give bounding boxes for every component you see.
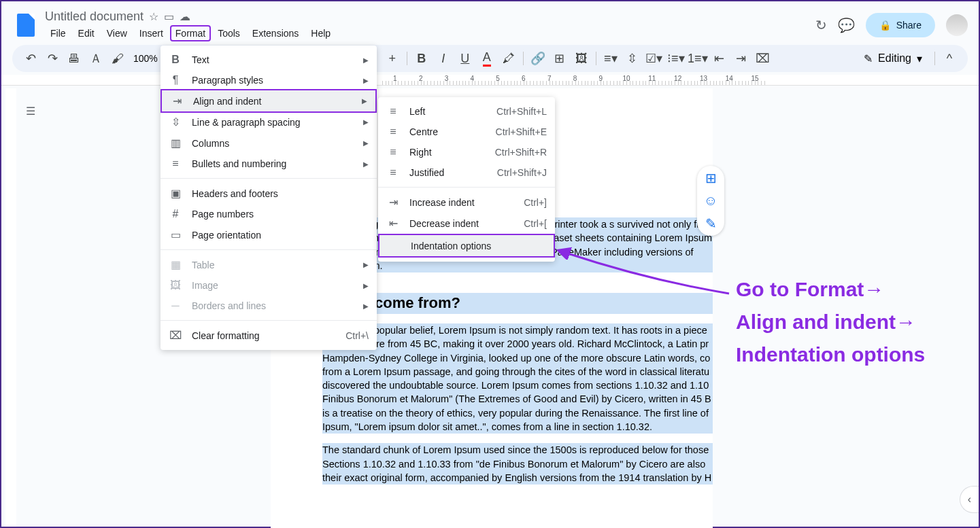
numbered-list-button[interactable]: 1≡▾ bbox=[688, 48, 708, 69]
suggest-icon[interactable]: ✎ bbox=[705, 215, 717, 232]
paint-format-button[interactable]: 🖌 bbox=[107, 48, 128, 69]
body-paragraph[interactable]: Contrary to popular belief, Lorem Ipsum … bbox=[322, 323, 713, 434]
font-size-plus[interactable]: + bbox=[382, 48, 403, 69]
menu-insert[interactable]: Insert bbox=[134, 25, 169, 41]
highlight-button[interactable]: 🖍 bbox=[499, 48, 519, 69]
mode-label: Editing bbox=[878, 52, 911, 65]
menubar: File Edit View Insert Format Tools Exten… bbox=[45, 25, 815, 41]
body-paragraph[interactable]: The standard chunk of Lorem Ipsum used s… bbox=[322, 443, 713, 485]
mode-select[interactable]: ✎ Editing ▾ bbox=[856, 50, 930, 68]
menu-edit[interactable]: Edit bbox=[73, 25, 100, 41]
annotation-arrow bbox=[552, 246, 736, 300]
line-spacing-button[interactable]: ⇳ bbox=[622, 48, 643, 69]
align-justified-item[interactable]: ≡JustifiedCtrl+Shift+J bbox=[378, 162, 555, 183]
align-right-item[interactable]: ≡RightCtrl+Shift+R bbox=[378, 142, 555, 162]
format-table-item: ▦Table▶ bbox=[160, 254, 377, 275]
user-avatar[interactable] bbox=[946, 14, 968, 36]
menu-tools[interactable]: Tools bbox=[212, 25, 246, 41]
menu-file[interactable]: File bbox=[45, 25, 71, 41]
decrease-indent-button[interactable]: ⇤ bbox=[709, 48, 730, 69]
pencil-icon: ✎ bbox=[864, 52, 873, 65]
insert-image-button[interactable]: 🖼 bbox=[571, 48, 592, 69]
menu-view[interactable]: View bbox=[101, 25, 133, 41]
text-color-button[interactable]: A bbox=[477, 48, 497, 69]
decrease-indent-item[interactable]: ⇤Decrease indentCtrl+[ bbox=[378, 213, 555, 234]
redo-button[interactable]: ↷ bbox=[42, 48, 63, 69]
increase-indent-item[interactable]: ⇥Increase indentCtrl+] bbox=[378, 192, 555, 213]
chevron-down-icon: ▾ bbox=[917, 52, 922, 65]
zoom-select[interactable]: 100% bbox=[129, 53, 162, 64]
vertical-ruler[interactable] bbox=[5, 88, 16, 527]
format-bullets-item[interactable]: ≡Bullets and numbering▶ bbox=[160, 154, 377, 174]
move-icon[interactable]: ▭ bbox=[164, 10, 174, 23]
share-button[interactable]: 🔒 Share bbox=[866, 13, 935, 37]
collapse-button[interactable]: ^ bbox=[939, 48, 960, 69]
outline-icon[interactable]: ☰ bbox=[26, 105, 35, 118]
increase-indent-button[interactable]: ⇥ bbox=[731, 48, 751, 69]
format-paragraph-item[interactable]: ¶Paragraph styles▶ bbox=[160, 70, 377, 90]
checklist-button[interactable]: ☑▾ bbox=[644, 48, 664, 69]
header: Untitled document ☆ ▭ ☁ File Edit View I… bbox=[1, 1, 979, 45]
insert-comment-button[interactable]: ⊞ bbox=[550, 48, 570, 69]
insert-link-button[interactable]: 🔗 bbox=[528, 48, 548, 69]
format-clear-item[interactable]: ⌧Clear formattingCtrl+\ bbox=[160, 325, 377, 346]
star-icon[interactable]: ☆ bbox=[149, 10, 158, 23]
comment-bubble: ⊞ ☺ ✎ bbox=[697, 166, 724, 236]
format-orient-item[interactable]: ▭Page orientation bbox=[160, 224, 377, 245]
bold-button[interactable]: B bbox=[411, 48, 432, 69]
lock-icon: 🔒 bbox=[879, 20, 891, 31]
share-label: Share bbox=[896, 20, 922, 31]
emoji-icon[interactable]: ☺ bbox=[704, 193, 717, 209]
menu-extensions[interactable]: Extensions bbox=[247, 25, 304, 41]
underline-button[interactable]: U bbox=[455, 48, 475, 69]
align-submenu: ≡LeftCtrl+Shift+L ≡CentreCtrl+Shift+E ≡R… bbox=[378, 97, 555, 262]
format-headers-item[interactable]: ▣Headers and footers bbox=[160, 183, 377, 204]
format-spacing-item[interactable]: ⇳Line & paragraph spacing▶ bbox=[160, 111, 377, 133]
add-comment-icon[interactable]: ⊞ bbox=[705, 170, 717, 186]
italic-button[interactable]: I bbox=[433, 48, 454, 69]
format-align-indent-item[interactable]: ⇥Align and indent▶ bbox=[160, 89, 377, 113]
comment-icon[interactable]: 💬 bbox=[838, 17, 855, 33]
toolbar: ↶ ↷ 🖶 Ａ 🖌 100% + B I U A 🖍 🔗 ⊞ 🖼 ≡▾ ⇳ ☑▾… bbox=[12, 45, 968, 72]
clear-format-button[interactable]: ⌧ bbox=[753, 48, 773, 69]
cloud-status-icon[interactable]: ☁ bbox=[180, 10, 190, 23]
undo-button[interactable]: ↶ bbox=[20, 48, 41, 69]
menu-help[interactable]: Help bbox=[305, 25, 336, 41]
align-centre-item[interactable]: ≡CentreCtrl+Shift+E bbox=[378, 122, 555, 142]
horizontal-ruler[interactable]: 123456789101112131415 bbox=[1, 75, 979, 86]
format-columns-item[interactable]: ▥Columns▶ bbox=[160, 133, 377, 154]
format-image-item: 🖼Image▶ bbox=[160, 275, 377, 296]
docs-logo[interactable] bbox=[12, 12, 39, 39]
print-button[interactable]: 🖶 bbox=[64, 48, 84, 69]
format-borders-item: ─Borders and lines▶ bbox=[160, 296, 377, 316]
align-button[interactable]: ≡▾ bbox=[601, 48, 621, 69]
format-dropdown: BText▶ ¶Paragraph styles▶ ⇥Align and ind… bbox=[160, 46, 377, 350]
menu-format[interactable]: Format bbox=[170, 25, 211, 41]
indentation-options-item[interactable]: ⚙Indentation options bbox=[378, 234, 555, 258]
format-text-item[interactable]: BText▶ bbox=[160, 50, 377, 70]
spellcheck-button[interactable]: Ａ bbox=[86, 48, 106, 69]
format-pagenum-item[interactable]: #Page numbers bbox=[160, 204, 377, 224]
annotation-text: Go to Format→ Align and indent→ Indentat… bbox=[736, 273, 925, 371]
align-left-item[interactable]: ≡LeftCtrl+Shift+L bbox=[378, 101, 555, 122]
document-title[interactable]: Untitled document bbox=[45, 10, 143, 24]
history-icon[interactable]: ↻ bbox=[815, 17, 827, 33]
bulleted-list-button[interactable]: ⁝≡▾ bbox=[666, 48, 686, 69]
